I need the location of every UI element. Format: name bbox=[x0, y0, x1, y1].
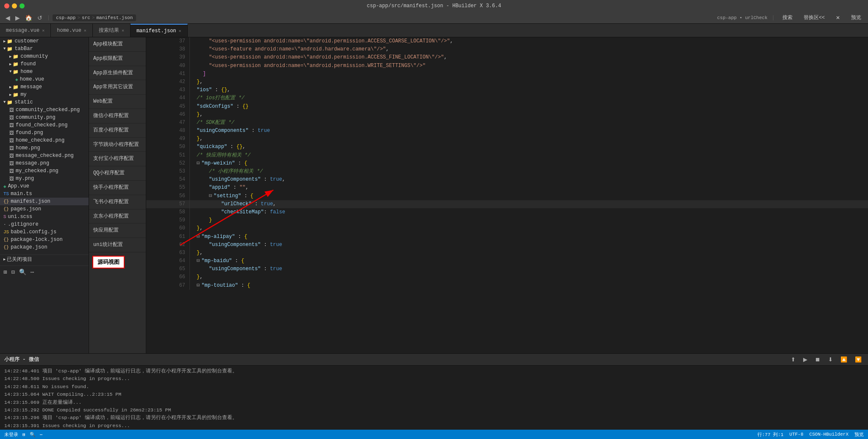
tree-item-message[interactable]: ▶ 📁 message bbox=[0, 83, 89, 91]
config-jd[interactable]: 京东小程序配置 bbox=[89, 210, 146, 224]
tab-close-manifest[interactable]: ✕ bbox=[179, 28, 181, 34]
tree-item-my-checked-png[interactable]: 🖼 my_checked.png bbox=[0, 167, 89, 175]
tree-item-found-png[interactable]: 🖼 found.png bbox=[0, 129, 89, 137]
tree-item-package-json[interactable]: {} package.json bbox=[0, 243, 89, 251]
tree-item-found[interactable]: ▶ 📁 found bbox=[0, 60, 89, 68]
sidebar-icon-4[interactable]: ⋯ bbox=[31, 268, 34, 276]
tree-item-app-vue[interactable]: ◈ App.vue bbox=[0, 182, 89, 190]
config-baidu[interactable]: 百度小程序配置 bbox=[89, 123, 146, 138]
config-kwai[interactable]: 快手小程序配置 bbox=[89, 181, 146, 195]
tree-item-manifest-json[interactable]: {} manifest.json bbox=[0, 198, 89, 205]
git-file-icon: · bbox=[3, 222, 6, 227]
window-controls[interactable] bbox=[4, 3, 25, 8]
code-lines: 37 "<uses-permission android:name=\"andr… bbox=[146, 37, 868, 290]
tree-item-closed-projects[interactable]: ▶ 已关闭项目 bbox=[0, 255, 89, 264]
png-file-icon: 🖼 bbox=[9, 176, 14, 182]
tree-item-gitignore[interactable]: · .gitignore bbox=[0, 221, 89, 228]
tree-item-home-vue[interactable]: ◈ home.vue bbox=[0, 75, 89, 83]
tree-label-static: static bbox=[14, 99, 33, 105]
code-editor[interactable]: 37 "<uses-permission android:name=\"andr… bbox=[146, 37, 868, 353]
tree-item-message-checked-png[interactable]: 🖼 message_checked.png bbox=[0, 152, 89, 159]
minimize-button[interactable] bbox=[12, 3, 17, 8]
sidebar-icon-3[interactable]: 🔍 bbox=[19, 268, 26, 276]
close-right-button[interactable]: ✕ bbox=[832, 14, 843, 22]
tree-item-static[interactable]: ▼ 📁 static bbox=[0, 98, 89, 106]
folder-icon: 📁 bbox=[7, 39, 13, 44]
tree-label: found.png bbox=[16, 130, 43, 136]
breadcrumb-file: manifest.json bbox=[96, 15, 133, 20]
config-app-other[interactable]: App常用其它设置 bbox=[89, 80, 146, 95]
sidebar-icon-1[interactable]: ⊞ bbox=[3, 268, 7, 276]
js-file-icon: JS bbox=[3, 229, 9, 235]
console-btn-5[interactable]: 🔼 bbox=[838, 355, 849, 364]
status-icon-2[interactable]: 🔍 bbox=[30, 432, 36, 437]
code-line-54: 54 "usingComponents" : true, bbox=[146, 176, 868, 184]
console-btn-4[interactable]: ⬇ bbox=[826, 355, 835, 364]
console-area: 小程序 - 微信 ⬆ ▶ ⏹ ⬇ 🔼 🔽 14:22:48.401 项目 'cs… bbox=[0, 353, 868, 430]
console-toolbar: ⬆ ▶ ⏹ ⬇ 🔼 🔽 bbox=[789, 355, 864, 364]
tree-item-home[interactable]: ▼ 📁 home bbox=[0, 68, 89, 75]
console-btn-6[interactable]: 🔽 bbox=[853, 355, 864, 364]
sidebar-icon-2[interactable]: ⊟ bbox=[11, 268, 14, 276]
config-app-module[interactable]: App模块配置 bbox=[89, 37, 146, 52]
tab-search-results[interactable]: 搜索结果 ✕ bbox=[93, 24, 131, 37]
config-qq[interactable]: QQ小程序配置 bbox=[89, 166, 146, 181]
console-line-2: 14:22:48.500 Issues checking in progress… bbox=[4, 375, 864, 383]
nav-back-button[interactable]: ◀ bbox=[3, 14, 12, 22]
maximize-button[interactable] bbox=[19, 3, 25, 8]
tree-item-home-png[interactable]: 🖼 home.png bbox=[0, 144, 89, 152]
status-icon-3[interactable]: ⋯ bbox=[40, 432, 43, 437]
code-line-47: 47 /* SDK配置 */ bbox=[146, 119, 868, 127]
console-btn-1[interactable]: ⬆ bbox=[789, 355, 798, 364]
tree-item-babel-config[interactable]: JS babel.config.js bbox=[0, 228, 89, 236]
tree-item-home-checked-png[interactable]: 🖼 home_checked.png bbox=[0, 137, 89, 144]
tab-close-message[interactable]: ✕ bbox=[42, 28, 45, 33]
tree-item-community[interactable]: ▶ 📁 community bbox=[0, 53, 89, 60]
close-button[interactable] bbox=[4, 3, 9, 8]
tree-item-pages-json[interactable]: {} pages.json bbox=[0, 205, 89, 213]
tree-item-customer[interactable]: ▶ 📁 customer bbox=[0, 37, 89, 45]
code-line-57: 57 "urlCheck" : true, bbox=[146, 200, 868, 208]
tree-item-community-checked-png[interactable]: 🖼 community_checked.png bbox=[0, 106, 89, 114]
tree-label-app-vue: App.vue bbox=[8, 183, 29, 189]
console-btn-2[interactable]: ▶ bbox=[801, 355, 810, 364]
source-view-button[interactable]: 源码视图 bbox=[92, 256, 125, 268]
tab-close-search[interactable]: ✕ bbox=[122, 28, 124, 33]
search-button[interactable]: 搜索 bbox=[779, 13, 796, 22]
config-bytedance[interactable]: 字节跳动小程序配置 bbox=[89, 138, 146, 152]
tab-home-vue[interactable]: home.vue ✕ bbox=[51, 24, 93, 37]
tree-item-found-checked-png[interactable]: 🖼 found_checked.png bbox=[0, 121, 89, 129]
config-app-plugin[interactable]: App原生插件配置 bbox=[89, 66, 146, 81]
config-app-permission[interactable]: App权限配置 bbox=[89, 52, 146, 66]
tree-item-community-png[interactable]: 🖼 community.png bbox=[0, 114, 89, 121]
preview-button[interactable]: 预览 bbox=[848, 13, 865, 22]
tab-message-vue[interactable]: message.vue ✕ bbox=[0, 24, 51, 37]
tree-item-my[interactable]: ▶ 📁 my bbox=[0, 91, 89, 98]
config-alipay[interactable]: 支付宝小程序配置 bbox=[89, 152, 146, 166]
tree-item-main-ts[interactable]: TS main.ts bbox=[0, 190, 89, 198]
login-status[interactable]: 未登录 bbox=[4, 431, 18, 438]
nav-home-button[interactable]: 🏠 bbox=[23, 14, 34, 22]
config-feishu[interactable]: 飞书小程序配置 bbox=[89, 195, 146, 210]
config-wechat[interactable]: 微信小程序配置 bbox=[89, 109, 146, 123]
tree-item-package-lock[interactable]: {} package-lock.json bbox=[0, 236, 89, 243]
tab-manifest-json[interactable]: manifest.json ✕ bbox=[131, 24, 188, 37]
status-icon-1[interactable]: ⊞ bbox=[22, 432, 25, 437]
tree-item-my-png[interactable]: 🖼 my.png bbox=[0, 175, 89, 182]
tree-item-tabbar[interactable]: ▼ 📁 tabBar bbox=[0, 45, 89, 53]
console-btn-3[interactable]: ⏹ bbox=[813, 355, 823, 364]
config-quickapp[interactable]: 快应用配置 bbox=[89, 224, 146, 238]
nav-forward-button[interactable]: ▶ bbox=[13, 14, 22, 22]
nav-refresh-button[interactable]: ↺ bbox=[35, 14, 45, 22]
tree-label: my.png bbox=[16, 176, 34, 182]
preview-status[interactable]: 预览 bbox=[854, 431, 864, 438]
tree-item-message-png[interactable]: 🖼 message.png bbox=[0, 159, 89, 167]
tab-close-home[interactable]: ✕ bbox=[84, 28, 86, 33]
config-uni-stats[interactable]: uni统计配置 bbox=[89, 238, 146, 252]
config-web[interactable]: Web配置 bbox=[89, 95, 146, 109]
code-line-58: 58 "checkSiteMap": false bbox=[146, 208, 868, 216]
replace-button[interactable]: 替换区<< bbox=[800, 13, 828, 22]
collapse-icon: ▶ bbox=[9, 54, 11, 59]
tree-item-uni-scss[interactable]: S uni.scss bbox=[0, 213, 89, 221]
png-file-icon: 🖼 bbox=[9, 107, 14, 113]
